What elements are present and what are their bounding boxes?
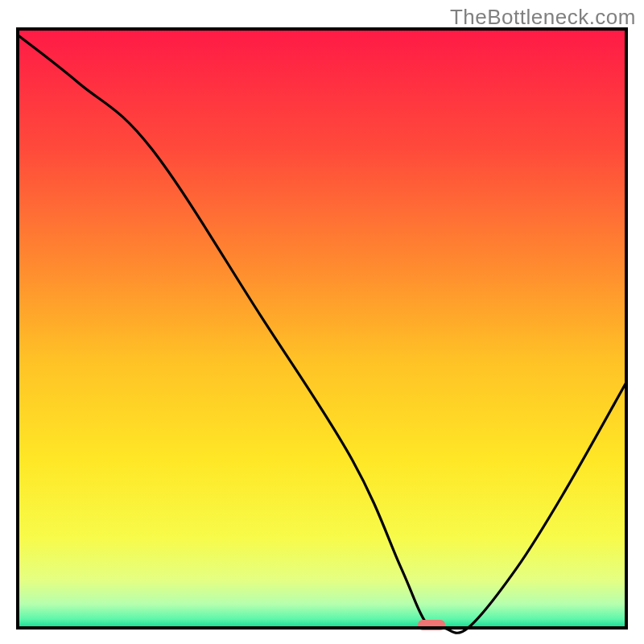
chart-svg [0,0,644,644]
watermark-text: TheBottleneck.com [450,5,636,30]
bottleneck-chart: TheBottleneck.com [0,0,644,644]
